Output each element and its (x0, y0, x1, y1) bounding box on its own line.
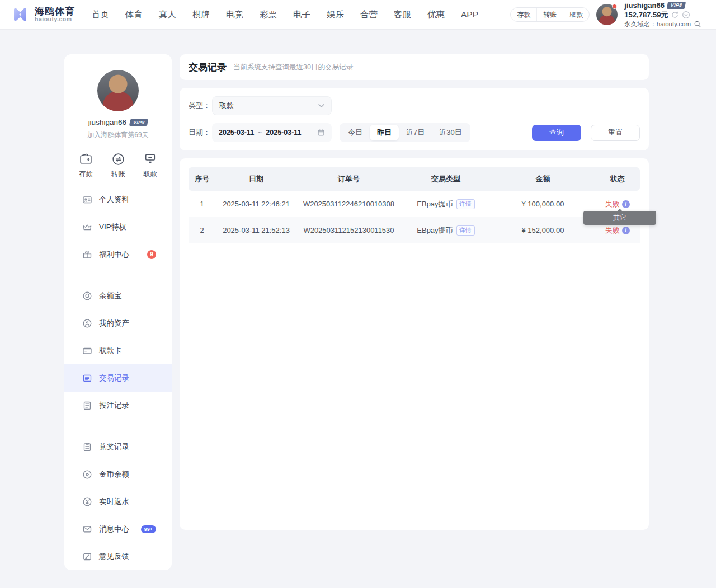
transfer-label: 转账 (111, 170, 125, 179)
notification-dot (612, 4, 617, 9)
status-text: 失败 (605, 225, 620, 236)
sidebar-item-transaction-records[interactable]: 交易记录 (64, 364, 172, 392)
reset-button[interactable]: 重置 (591, 125, 640, 141)
brand-domain: haiouty.com (35, 16, 75, 22)
coin-balance-icon (82, 469, 92, 479)
date-range-picker[interactable]: 2025-03-11 ~ 2025-03-11 (212, 123, 332, 142)
nav-item-app[interactable]: APP (461, 10, 478, 20)
username: jiushigan66 (624, 1, 665, 10)
menu-label: 金币余额 (99, 469, 129, 479)
sidebar-item-redeem-records[interactable]: 兑奖记录 (64, 433, 172, 460)
profile-avatar[interactable] (97, 70, 139, 111)
range-today-button[interactable]: 今日 (341, 123, 370, 142)
sidebar-item-feedback[interactable]: 意见反馈 (64, 543, 172, 570)
sidebar-menu: 个人资料 VIP特权 福利中心 9 (64, 186, 172, 570)
col-header-order: 订单号 (297, 167, 401, 191)
cell-no: 2 (189, 217, 215, 243)
calendar-icon (317, 129, 325, 137)
nav-item-promotions[interactable]: 优惠 (427, 9, 445, 21)
menu-label: 余额宝 (99, 291, 122, 301)
quick-range-group: 今日 昨日 近7日 近30日 (340, 123, 470, 142)
sidebar-item-welfare-center[interactable]: 福利中心 9 (64, 241, 172, 268)
sidebar-item-realtime-rebate[interactable]: 实时返水 (64, 488, 172, 515)
range-30days-button[interactable]: 近30日 (432, 123, 469, 142)
type-select[interactable]: 取款 (212, 96, 332, 115)
cell-order-number: W202503112246210010308 (297, 191, 401, 217)
assets-icon (82, 318, 92, 328)
user-meta: jiushigan66 VIP8 152,787.59元 永久域名：haiout… (624, 1, 701, 29)
menu-label: 取款卡 (99, 346, 122, 356)
topbar-withdraw-button[interactable]: 取款 (563, 8, 589, 21)
menu-label: 我的资产 (99, 318, 129, 328)
date-separator: ~ (258, 129, 262, 137)
sidebar-item-withdrawal-card[interactable]: 取款卡 (64, 337, 172, 364)
type-select-value: 取款 (219, 101, 234, 111)
top-navigation-bar: 海鸥体育 haiouty.com 首页 体育 真人 棋牌 电竞 彩票 电子 娱乐… (0, 0, 716, 29)
profile-sidebar: jiushigan66 VIP8 加入海鸥体育第69天 存款 转账 (64, 54, 172, 570)
balance-amount: 152,787.59元 (624, 11, 668, 20)
sidebar-item-yuebao[interactable]: 余额宝 (64, 282, 172, 309)
sidebar-transfer-button[interactable]: 转账 (111, 152, 125, 179)
id-card-icon (82, 195, 92, 205)
bank-card-icon (82, 346, 92, 356)
nav-item-live-casino[interactable]: 真人 (159, 9, 176, 21)
menu-label: 投注记录 (99, 401, 129, 411)
nav-item-support[interactable]: 客服 (394, 9, 411, 21)
range-yesterday-button[interactable]: 昨日 (370, 125, 399, 140)
sidebar-deposit-button[interactable]: 存款 (79, 152, 93, 179)
page-subtitle: 当前系统支持查询最近30日的交易记录 (233, 63, 353, 72)
nav-item-affiliate[interactable]: 合营 (360, 9, 378, 21)
date-to-value: 2025-03-11 (266, 129, 301, 137)
brand-name: 海鸥体育 (35, 7, 75, 17)
vip-badge: VIP8 (667, 2, 686, 9)
sidebar-item-coin-balance[interactable]: 金币余额 (64, 460, 172, 488)
table-row: 2 2025-03-11 21:52:13 W20250311215213001… (189, 217, 640, 243)
nav-item-board-games[interactable]: 棋牌 (192, 9, 210, 21)
sidebar-withdraw-button[interactable]: 取款 (143, 152, 157, 179)
status-info-icon[interactable]: i (622, 227, 630, 234)
search-button[interactable]: 查询 (532, 125, 581, 141)
nav-item-esports[interactable]: 电竞 (226, 9, 243, 21)
status-info-icon[interactable]: i (622, 200, 630, 208)
feedback-icon (82, 552, 92, 562)
nav-item-lottery[interactable]: 彩票 (260, 9, 277, 21)
menu-divider (77, 426, 159, 426)
topbar-deposit-button[interactable]: 存款 (511, 8, 536, 21)
sidebar-item-message-center[interactable]: 消息中心 99+ (64, 515, 172, 543)
col-header-type: 交易类型 (401, 167, 491, 191)
brand-logo[interactable]: 海鸥体育 haiouty.com (10, 4, 75, 25)
balance-expand-icon[interactable] (682, 11, 690, 19)
menu-label: 交易记录 (99, 373, 129, 383)
transfer-icon (111, 152, 125, 166)
nav-item-entertainment[interactable]: 娱乐 (327, 9, 344, 21)
range-7days-button[interactable]: 近7日 (399, 123, 432, 142)
cell-transaction-type: EBpay提币 (417, 225, 453, 236)
detail-link[interactable]: 详情 (456, 225, 475, 236)
nav-item-sports[interactable]: 体育 (125, 9, 143, 21)
sidebar-item-vip-privileges[interactable]: VIP特权 (64, 213, 172, 241)
sidebar-item-bet-records[interactable]: 投注记录 (64, 392, 172, 419)
nav-item-home[interactable]: 首页 (92, 9, 109, 21)
filter-panel: 类型： 取款 日期： 2025-03-11 ~ 2025-03-11 (180, 88, 649, 150)
menu-label: VIP特权 (99, 222, 126, 232)
withdraw-label: 取款 (143, 170, 157, 179)
yuebao-icon (82, 291, 92, 301)
col-header-status: 状态 (595, 167, 640, 191)
wallet-icon (79, 152, 93, 166)
cell-amount: ¥ 100,000.00 (491, 191, 595, 217)
rebate-icon (82, 497, 92, 507)
joined-days-label: 加入海鸥体育第69天 (64, 130, 172, 140)
user-avatar[interactable] (596, 4, 618, 25)
menu-label: 兑奖记录 (99, 442, 129, 452)
refresh-balance-icon[interactable] (671, 11, 679, 19)
detail-link[interactable]: 详情 (456, 199, 475, 209)
sidebar-item-my-assets[interactable]: 我的资产 (64, 309, 172, 337)
search-icon[interactable] (694, 20, 701, 28)
table-header-row: 序号 日期 订单号 交易类型 金额 状态 (189, 167, 640, 191)
cell-transaction-type: EBpay提币 (417, 199, 453, 209)
topbar-transfer-button[interactable]: 转账 (536, 8, 563, 21)
type-filter-label: 类型： (189, 101, 212, 111)
bet-records-icon (82, 401, 92, 411)
nav-item-slots[interactable]: 电子 (293, 9, 310, 21)
sidebar-item-personal-info[interactable]: 个人资料 (64, 186, 172, 213)
